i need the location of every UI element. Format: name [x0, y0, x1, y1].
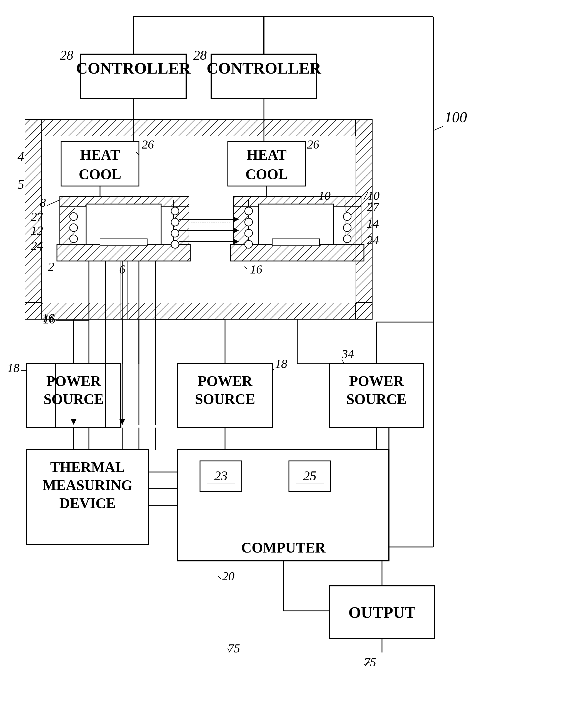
thermal-line2: MEASURING	[43, 477, 133, 493]
svg-point-26	[70, 235, 77, 243]
ref-75b: 75	[364, 655, 376, 669]
ref-18a: 18	[7, 361, 19, 375]
power-source2-line2: SOURCE	[195, 391, 255, 407]
ref-20: 20	[222, 569, 234, 583]
heat2-label: HEAT	[247, 147, 287, 163]
ref-16a-inside: 16	[250, 263, 262, 276]
ref-27b: 27	[367, 200, 379, 214]
svg-rect-17	[100, 239, 147, 246]
svg-point-34	[245, 240, 253, 248]
ref-24a: 24	[31, 239, 43, 253]
svg-point-35	[343, 213, 351, 221]
ref-16-outside: 16	[43, 313, 55, 326]
svg-point-29	[171, 229, 179, 237]
svg-rect-5	[25, 303, 372, 319]
svg-point-28	[171, 218, 179, 226]
thermal-line1: THERMAL	[50, 459, 125, 475]
ref-18b: 18	[275, 357, 287, 371]
ref-26a: 26	[142, 138, 154, 151]
ref-2: 2	[48, 260, 54, 273]
heat1-label: HEAT	[80, 147, 120, 163]
computer-label: COMPUTER	[241, 540, 326, 556]
controller1-label: CONTROLLER	[76, 59, 191, 77]
svg-point-37	[343, 235, 351, 243]
ref-75: 75	[228, 642, 240, 655]
svg-point-36	[343, 224, 351, 232]
power-source2-line1: POWER	[198, 373, 253, 389]
ref-24b: 24	[367, 234, 379, 247]
svg-rect-12	[57, 244, 190, 261]
svg-point-32	[245, 218, 253, 226]
ref-100: 100	[444, 109, 467, 126]
svg-rect-4	[25, 119, 372, 136]
svg-point-31	[245, 207, 253, 215]
ref-8: 8	[40, 196, 46, 210]
controller2-label: CONTROLLER	[207, 59, 322, 77]
ref-5: 5	[17, 177, 24, 191]
power-source3-line2: SOURCE	[346, 391, 407, 407]
ref-25: 25	[303, 468, 316, 483]
ref-12: 12	[31, 224, 43, 237]
power-source1-line2: SOURCE	[44, 391, 104, 407]
svg-point-33	[245, 229, 253, 237]
ref-4: 4	[17, 149, 24, 164]
svg-rect-23	[272, 239, 319, 246]
power-source1-line1: POWER	[47, 373, 101, 389]
ref-14: 14	[367, 217, 379, 231]
diagram-container: CONTROLLER CONTROLLER 28 28 4 5 HEAT COO…	[0, 0, 572, 728]
svg-rect-16	[86, 204, 161, 244]
power-source3-line1: POWER	[349, 373, 404, 389]
cool2-label: COOL	[245, 166, 288, 182]
output-label: OUTPUT	[348, 603, 416, 621]
thermal-line3: DEVICE	[60, 495, 116, 511]
ref-27a: 27	[31, 210, 44, 224]
ref-28a: 28	[60, 48, 73, 63]
ref-28b: 28	[193, 48, 207, 63]
svg-point-27	[171, 207, 179, 215]
cool1-label: COOL	[79, 166, 121, 182]
svg-rect-22	[258, 204, 333, 244]
ref-26b: 26	[307, 138, 319, 151]
svg-point-24	[70, 213, 77, 221]
ref-10: 10	[318, 189, 331, 203]
ref-34: 34	[341, 347, 354, 361]
ref-23: 23	[214, 468, 227, 483]
svg-point-30	[171, 240, 179, 248]
svg-point-25	[70, 224, 77, 232]
